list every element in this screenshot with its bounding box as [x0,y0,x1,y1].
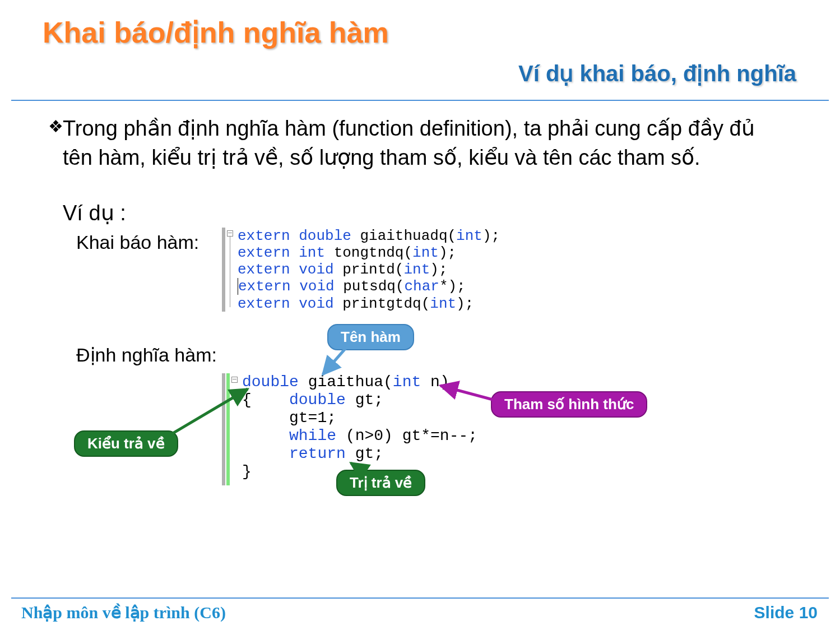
slide-title: Khai báo/định nghĩa hàm [43,16,389,49]
label-define: Định nghĩa hàm: [76,344,217,366]
decl-line-4: extern void putsdq(char*); [238,278,500,295]
code-change-bar [226,373,230,485]
label-declare: Khai báo hàm: [76,231,199,253]
def-line-4: while (n>0) gt*=n--; [242,427,477,445]
fold-minus-icon [228,233,232,233]
fold-collapse-icon [227,230,233,237]
decl-line-3: extern void printd(int); [238,261,500,278]
divider-bottom [11,597,829,599]
bullet-glyph: ❖ [48,117,63,136]
decl-line-2: extern int tongtndq(int); [238,244,500,261]
divider-top [11,100,829,101]
fold-minus-icon [233,379,236,379]
annotation-formal-param: Tham số hình thức [491,391,647,418]
footer-course-title: Nhập môn về lập trình (C6) [21,603,226,622]
annotation-func-name: Tên hàm [327,324,414,350]
svg-line-0 [323,348,346,374]
code-gutter [222,373,225,485]
annotation-return-value: Trị trả về [336,470,425,496]
code-gutter [222,228,225,312]
def-line-3: gt=1; [242,409,477,427]
fold-collapse-icon [231,377,238,383]
code-block-definition: double giaithua(int n) { double gt; gt=1… [222,373,477,480]
body-paragraph: Trong phần định nghĩa hàm (function defi… [63,114,790,172]
def-line-5: return gt; [242,445,477,463]
code-block-declarations: extern double giaithuadq(int); extern in… [222,228,500,312]
footer-slide-number: Slide 10 [754,603,818,622]
annotation-arrows [0,0,840,630]
def-line-1: double giaithua(int n) [242,373,477,391]
annotation-return-type: Kiểu trả về [74,430,178,457]
slide-subtitle: Ví dụ khai báo, định nghĩa [518,61,796,86]
decl-line-1: extern double giaithuadq(int); [238,228,500,244]
decl-line-5: extern void printgtdq(int); [238,295,500,312]
example-prefix: Ví dụ : [63,201,126,225]
def-line-2: { double gt; [242,391,477,409]
fold-line [230,234,230,307]
